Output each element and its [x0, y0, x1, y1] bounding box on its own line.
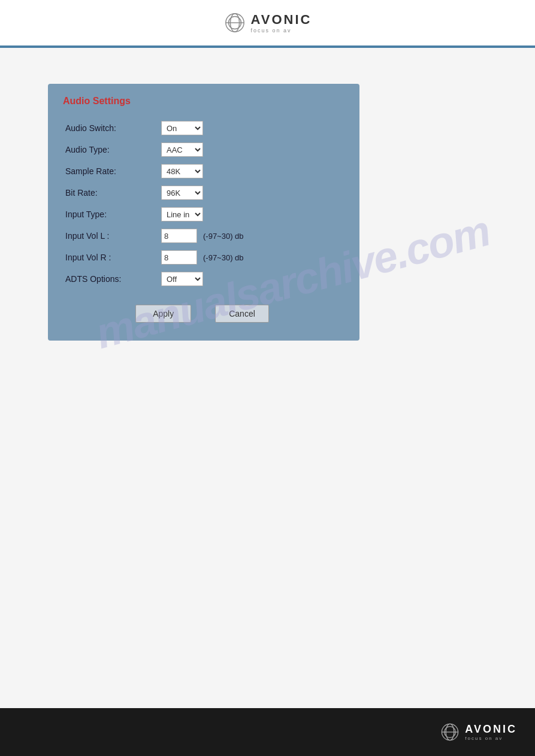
apply-button[interactable]: Apply [135, 305, 191, 323]
footer-logo: AVONIC focus on av [440, 722, 517, 742]
sample-rate-select[interactable]: 48K 44K 32K [161, 164, 203, 178]
bit-rate-select[interactable]: 96K 128K 64K [161, 186, 203, 200]
input-vol-r-row: Input Vol R : (-97~30) db [63, 247, 341, 268]
adts-options-control-cell: Off On [159, 268, 341, 290]
sample-rate-row: Sample Rate: 48K 44K 32K [63, 160, 341, 182]
input-type-label: Input Type: [63, 204, 159, 225]
input-vol-r-label: Input Vol R : [63, 247, 159, 268]
audio-type-select[interactable]: AAC MP3 [161, 142, 203, 157]
input-vol-l-unit: (-97~30) db [203, 232, 244, 241]
logo: AVONIC focus on av [223, 11, 312, 34]
avonic-logo-icon [223, 11, 246, 34]
audio-switch-row: Audio Switch: On Off [63, 117, 341, 139]
panel-title: Audio Settings [63, 96, 341, 107]
sample-rate-label: Sample Rate: [63, 160, 159, 182]
footer-logo-brand-name: AVONIC [465, 723, 517, 736]
input-vol-l-label: Input Vol L : [63, 225, 159, 247]
bit-rate-row: Bit Rate: 96K 128K 64K [63, 182, 341, 204]
input-type-select[interactable]: Line in Mic [161, 207, 203, 221]
adts-options-label: ADTS Options: [63, 268, 159, 290]
settings-form: Audio Switch: On Off Audio Type: AAC [63, 117, 341, 290]
audio-switch-select[interactable]: On Off [161, 121, 203, 135]
logo-text-container: AVONIC focus on av [251, 12, 312, 34]
adts-options-row: ADTS Options: Off On [63, 268, 341, 290]
input-type-control-cell: Line in Mic [159, 204, 341, 225]
header: AVONIC focus on av [0, 0, 535, 48]
bit-rate-label: Bit Rate: [63, 182, 159, 204]
input-vol-l-wrapper: (-97~30) db [161, 229, 339, 243]
footer-logo-tagline: focus on av [465, 736, 503, 741]
audio-switch-label: Audio Switch: [63, 117, 159, 139]
button-row: Apply Cancel [63, 305, 341, 323]
audio-settings-panel: Audio Settings Audio Switch: On Off Audi… [48, 84, 359, 341]
logo-brand-name: AVONIC [251, 12, 312, 28]
bit-rate-control-cell: 96K 128K 64K [159, 182, 341, 204]
input-vol-r-field[interactable] [161, 250, 197, 265]
footer: AVONIC focus on av [0, 708, 535, 756]
input-vol-l-control-cell: (-97~30) db [159, 225, 341, 247]
audio-switch-control-cell: On Off [159, 117, 341, 139]
audio-type-control-cell: AAC MP3 [159, 139, 341, 160]
input-vol-l-field[interactable] [161, 229, 197, 243]
footer-logo-text-container: AVONIC focus on av [465, 723, 517, 741]
adts-options-select[interactable]: Off On [161, 272, 203, 286]
sample-rate-control-cell: 48K 44K 32K [159, 160, 341, 182]
audio-type-row: Audio Type: AAC MP3 [63, 139, 341, 160]
audio-type-label: Audio Type: [63, 139, 159, 160]
input-vol-r-wrapper: (-97~30) db [161, 250, 339, 265]
footer-avonic-logo-icon [440, 722, 460, 742]
main-content: manualsarchive.com Audio Settings Audio … [0, 48, 535, 708]
input-type-row: Input Type: Line in Mic [63, 204, 341, 225]
input-vol-r-control-cell: (-97~30) db [159, 247, 341, 268]
cancel-button[interactable]: Cancel [215, 305, 269, 323]
input-vol-r-unit: (-97~30) db [203, 253, 244, 262]
input-vol-l-row: Input Vol L : (-97~30) db [63, 225, 341, 247]
logo-tagline: focus on av [251, 28, 292, 34]
